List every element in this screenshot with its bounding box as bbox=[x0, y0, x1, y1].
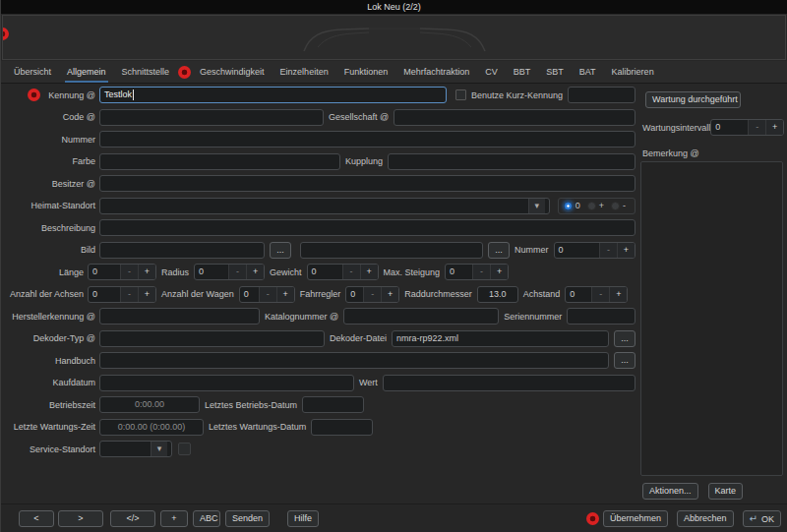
chevron-down-icon[interactable]: ▾ bbox=[528, 199, 545, 213]
farbe-field[interactable] bbox=[99, 153, 340, 170]
tab-geschwindigkeit[interactable]: Geschwindigkeit bbox=[192, 62, 272, 83]
wert-field[interactable] bbox=[383, 375, 636, 391]
plus-button[interactable]: + bbox=[360, 265, 378, 279]
fahrregler-value[interactable]: 0 bbox=[346, 287, 363, 302]
letztes-wartungs-datum-field[interactable] bbox=[311, 419, 373, 436]
kupplung-field[interactable] bbox=[388, 153, 636, 170]
minus-button[interactable]: - bbox=[342, 265, 360, 279]
raddurchmesser-field[interactable]: 13.0 bbox=[477, 286, 518, 303]
back-button[interactable]: < bbox=[19, 510, 54, 527]
achstand-spinner: 0 - + bbox=[565, 286, 628, 303]
letztes-betriebs-datum-field[interactable] bbox=[302, 396, 364, 413]
tab-mehrfachtraktion[interactable]: Mehrfachtraktion bbox=[395, 62, 477, 83]
minus-button[interactable]: - bbox=[748, 120, 765, 135]
tab-cv[interactable]: CV bbox=[477, 62, 506, 83]
service-standort-combobox[interactable]: ▾ bbox=[99, 441, 172, 457]
max-steigung-value[interactable]: 0 bbox=[446, 265, 472, 279]
bild-nummer-value[interactable]: 0 bbox=[555, 243, 599, 258]
besitzer-field[interactable] bbox=[99, 175, 636, 192]
hilfe-button[interactable]: Hilfe bbox=[287, 510, 319, 527]
max-steigung-label: Max. Steigung bbox=[384, 267, 441, 277]
lok-neu-dialog: Lok Neu (2/2) Übersicht Allgemein Schnit… bbox=[0, 0, 787, 532]
dekoder-datei-browse-button[interactable]: ... bbox=[614, 330, 636, 347]
katalognummer-field[interactable] bbox=[343, 308, 499, 325]
heimat-standort-combobox[interactable]: ▾ bbox=[99, 198, 550, 214]
tab-bbt[interactable]: BBT bbox=[506, 62, 539, 83]
bild-field-1[interactable] bbox=[99, 242, 265, 259]
anzahl-wagen-value[interactable]: 0 bbox=[240, 287, 259, 302]
minus-button[interactable]: - bbox=[120, 265, 138, 279]
seriennummer-field[interactable] bbox=[567, 308, 636, 325]
bild-browse-button-2[interactable]: ... bbox=[488, 242, 510, 259]
gewicht-value[interactable]: 0 bbox=[308, 265, 342, 279]
radio-minus[interactable] bbox=[611, 202, 620, 210]
chevron-down-icon[interactable]: ▾ bbox=[151, 442, 167, 456]
handbuch-label: Handbuch bbox=[1, 356, 99, 366]
tab-allgemein[interactable]: Allgemein bbox=[59, 62, 114, 83]
abbrechen-button[interactable]: Abbrechen bbox=[677, 510, 734, 527]
plus-button[interactable]: + bbox=[765, 120, 783, 135]
plus-button[interactable]: + bbox=[490, 265, 508, 279]
radius-value[interactable]: 0 bbox=[195, 265, 228, 279]
kaufdatum-field[interactable] bbox=[99, 375, 354, 391]
bemerkung-textarea[interactable] bbox=[640, 161, 783, 476]
dekoder-typ-field[interactable] bbox=[99, 330, 325, 347]
abc-button[interactable]: ABC bbox=[193, 510, 220, 527]
dekoder-datei-field[interactable]: nmra-rp922.xml bbox=[392, 330, 609, 347]
max-steigung-spinner: 0 - + bbox=[445, 264, 509, 280]
right-panel-buttons: Aktionen... Karte bbox=[642, 483, 785, 500]
gesellschaft-field[interactable] bbox=[394, 109, 636, 126]
wartung-durchgefuehrt-button[interactable]: Wartung durchgeführt bbox=[645, 91, 741, 108]
beschreibung-field[interactable] bbox=[99, 219, 636, 236]
row-handbuch: Handbuch ... bbox=[1, 352, 640, 369]
herstellerkennung-field[interactable] bbox=[99, 308, 260, 325]
karte-button[interactable]: Karte bbox=[708, 483, 744, 500]
anzahl-wagen-label: Anzahl der Wagen bbox=[161, 289, 234, 299]
radio-plus[interactable] bbox=[587, 202, 596, 210]
plus-button[interactable]: + bbox=[138, 265, 155, 279]
tab-uebersicht[interactable]: Übersicht bbox=[6, 62, 59, 83]
add-button[interactable]: + bbox=[160, 510, 188, 527]
plus-button[interactable]: + bbox=[276, 287, 294, 302]
fahrregler-spinner: 0 - + bbox=[345, 286, 399, 303]
handbuch-field[interactable] bbox=[99, 352, 609, 369]
minus-button[interactable]: - bbox=[363, 287, 381, 302]
aktionen-button[interactable]: Aktionen... bbox=[642, 483, 698, 500]
nummer-field[interactable] bbox=[99, 131, 636, 148]
anzahl-achsen-value[interactable]: 0 bbox=[89, 287, 120, 302]
radio-zero[interactable] bbox=[564, 202, 573, 210]
code-view-button[interactable]: </> bbox=[110, 510, 155, 527]
achstand-value[interactable]: 0 bbox=[566, 287, 591, 302]
plus-button[interactable]: + bbox=[138, 287, 155, 302]
senden-button[interactable]: Senden bbox=[225, 510, 270, 527]
tab-funktionen[interactable]: Funktionen bbox=[336, 62, 396, 83]
code-field[interactable] bbox=[99, 109, 324, 126]
minus-button[interactable]: - bbox=[120, 287, 138, 302]
minus-button[interactable]: - bbox=[228, 265, 246, 279]
bild-browse-button-1[interactable]: ... bbox=[270, 242, 291, 259]
minus-button[interactable]: - bbox=[472, 265, 490, 279]
plus-button[interactable]: + bbox=[609, 287, 627, 302]
handbuch-browse-button[interactable]: ... bbox=[614, 352, 636, 369]
plus-button[interactable]: + bbox=[246, 265, 264, 279]
plus-button[interactable]: + bbox=[617, 243, 635, 258]
uebernehmen-button[interactable]: Übernehmen bbox=[603, 510, 668, 527]
bild-field-2[interactable] bbox=[300, 242, 483, 259]
kennung-field[interactable]: Testlok bbox=[99, 87, 447, 103]
minus-button[interactable]: - bbox=[259, 287, 276, 302]
tab-bat[interactable]: BAT bbox=[572, 62, 604, 83]
tab-einzelheiten[interactable]: Einzelheiten bbox=[272, 62, 336, 83]
ok-button[interactable]: ↵OK bbox=[743, 510, 781, 527]
forward-button[interactable]: > bbox=[58, 510, 103, 527]
titlebar[interactable]: Lok Neu (2/2) bbox=[1, 0, 787, 14]
laenge-value[interactable]: 0 bbox=[89, 265, 120, 279]
minus-button[interactable]: - bbox=[591, 287, 609, 302]
tab-schnittstelle[interactable]: Schnittstelle bbox=[114, 62, 178, 83]
kurz-kennung-checkbox[interactable] bbox=[455, 89, 466, 100]
minus-button[interactable]: - bbox=[599, 243, 617, 258]
wartungsintervall-value[interactable]: 0 bbox=[711, 120, 748, 135]
tab-sbt[interactable]: SBT bbox=[538, 62, 572, 83]
plus-button[interactable]: + bbox=[381, 287, 398, 302]
tab-kalibrieren[interactable]: Kalibrieren bbox=[604, 62, 662, 83]
kurz-kennung-field[interactable] bbox=[568, 87, 636, 103]
